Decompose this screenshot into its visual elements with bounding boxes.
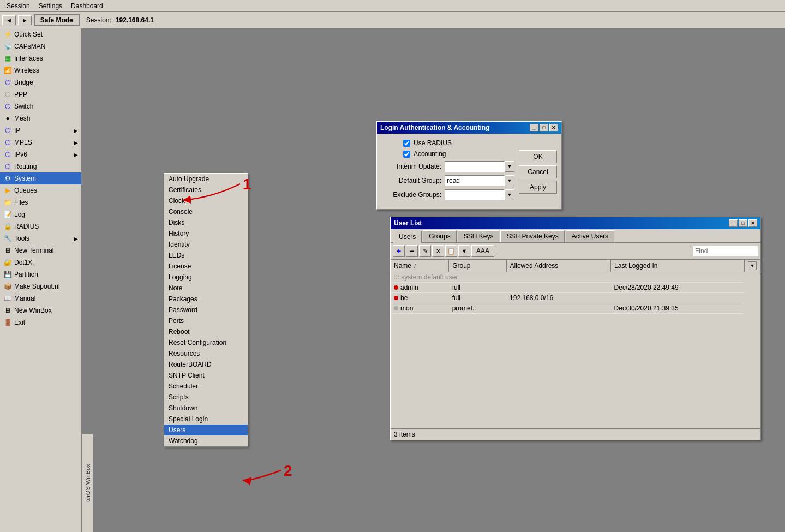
- col-last-logged[interactable]: Last Logged In: [611, 260, 745, 272]
- submenu-license[interactable]: License: [164, 261, 248, 272]
- menu-dashboard[interactable]: Dashboard: [67, 1, 107, 11]
- sidebar-item-log[interactable]: 📝 Log: [0, 208, 81, 220]
- sidebar-item-ip[interactable]: ⬡ IP ▶: [0, 124, 81, 136]
- sidebar-item-mesh[interactable]: ● Mesh: [0, 112, 81, 124]
- user-list-minimize-button[interactable]: _: [729, 219, 738, 227]
- sidebar-item-ppp[interactable]: ⬡ PPP: [0, 88, 81, 100]
- submenu-password[interactable]: Password: [164, 304, 248, 315]
- submenu-leds[interactable]: LEDs: [164, 250, 248, 261]
- sidebar-item-partition[interactable]: 💾 Partition: [0, 268, 81, 280]
- col-allowed-address[interactable]: Allowed Address: [506, 260, 610, 272]
- login-auth-maximize-button[interactable]: □: [540, 124, 548, 131]
- table-row[interactable]: ::: system default user: [391, 272, 760, 283]
- sidebar-item-switch[interactable]: ⬡ Switch: [0, 100, 81, 112]
- forward-button[interactable]: ►: [18, 15, 32, 25]
- sidebar-item-make-supout[interactable]: 📦 Make Supout.rif: [0, 280, 81, 292]
- edit-button[interactable]: ✎: [419, 245, 431, 257]
- sidebar-item-dot1x[interactable]: 🔐 Dot1X: [0, 256, 81, 268]
- cancel-button[interactable]: Cancel: [519, 165, 557, 178]
- sidebar-item-new-terminal[interactable]: 🖥 New Terminal: [0, 244, 81, 256]
- submenu-disks[interactable]: Disks: [164, 217, 248, 228]
- submenu-shutdown[interactable]: Shutdown: [164, 403, 248, 414]
- interim-update-input[interactable]: [445, 161, 505, 172]
- submenu-certificates[interactable]: Certificates: [164, 184, 248, 195]
- col-group[interactable]: Group: [449, 260, 506, 272]
- submenu-identity[interactable]: Identity: [164, 239, 248, 250]
- submenu-watchdog[interactable]: Watchdog: [164, 435, 248, 446]
- user-name-cell: admin: [391, 283, 449, 293]
- menu-settings[interactable]: Settings: [34, 1, 67, 11]
- submenu-special-login[interactable]: Special Login: [164, 414, 248, 425]
- exclude-groups-input[interactable]: [445, 189, 505, 200]
- sidebar-item-routing[interactable]: ⬡ Routing: [0, 160, 81, 172]
- interim-update-dropdown: ▼: [445, 161, 514, 172]
- sidebar-item-manual[interactable]: 📖 Manual: [0, 292, 81, 304]
- accounting-checkbox[interactable]: [403, 151, 410, 158]
- filter-button[interactable]: ▼: [458, 245, 470, 257]
- tab-ssh-keys[interactable]: SSH Keys: [458, 230, 500, 242]
- remove-button[interactable]: −: [406, 245, 418, 257]
- submenu-note[interactable]: Note: [164, 283, 248, 294]
- submenu-scheduler[interactable]: Scheduler: [164, 381, 248, 392]
- sidebar-item-wireless[interactable]: 📶 Wireless: [0, 64, 81, 76]
- user-list-maximize-button[interactable]: □: [739, 219, 747, 227]
- submenu-logging[interactable]: Logging: [164, 272, 248, 283]
- sidebar-item-mpls[interactable]: ⬡ MPLS ▶: [0, 136, 81, 148]
- submenu-sntp-client[interactable]: SNTP Client: [164, 370, 248, 381]
- submenu-routerboard[interactable]: RouterBOARD: [164, 359, 248, 370]
- submenu-auto-upgrade[interactable]: Auto Upgrade: [164, 174, 248, 184]
- aaa-button[interactable]: AAA: [471, 245, 494, 257]
- interim-update-dropdown-btn[interactable]: ▼: [505, 161, 514, 172]
- apply-button[interactable]: Apply: [519, 181, 557, 194]
- menu-session[interactable]: Session: [2, 1, 34, 11]
- login-auth-close-button[interactable]: ✕: [549, 124, 558, 131]
- table-row[interactable]: mon promet.. Dec/30/2020 21:39:35: [391, 303, 760, 314]
- sidebar-item-ipv6[interactable]: ⬡ IPv6 ▶: [0, 148, 81, 160]
- tab-groups[interactable]: Groups: [423, 230, 456, 242]
- tab-ssh-private-keys[interactable]: SSH Private Keys: [500, 230, 564, 242]
- submenu-reboot[interactable]: Reboot: [164, 326, 248, 337]
- sidebar-item-bridge[interactable]: ⬡ Bridge: [0, 76, 81, 88]
- find-input[interactable]: [693, 246, 758, 256]
- table-row[interactable]: admin full Dec/28/2020 22:49:49: [391, 283, 760, 293]
- user-status-dot: [394, 306, 398, 310]
- sidebar-item-new-winbox[interactable]: 🖥 New WinBox: [0, 304, 81, 316]
- submenu-resources[interactable]: Resources: [164, 348, 248, 359]
- submenu-history[interactable]: History: [164, 228, 248, 239]
- submenu-packages[interactable]: Packages: [164, 294, 248, 304]
- col-name[interactable]: Name /: [391, 260, 449, 272]
- default-group-dropdown-btn[interactable]: ▼: [505, 175, 514, 186]
- back-button[interactable]: ◄: [2, 15, 16, 25]
- use-radius-checkbox[interactable]: [403, 140, 410, 147]
- col-dropdown-btn[interactable]: ▼: [748, 261, 757, 270]
- default-group-input[interactable]: [445, 175, 505, 186]
- submenu-clock[interactable]: Clock: [164, 195, 248, 206]
- tab-users[interactable]: Users: [393, 231, 422, 243]
- sidebar-item-exit[interactable]: 🚪 Exit: [0, 316, 81, 328]
- user-list-close-button[interactable]: ✕: [748, 219, 757, 227]
- sidebar-item-quick-set[interactable]: ⚡ Quick Set: [0, 28, 81, 40]
- safe-mode-button[interactable]: Safe Mode: [34, 14, 80, 26]
- submenu-users[interactable]: Users: [164, 425, 248, 435]
- sidebar-item-files[interactable]: 📁 Files: [0, 196, 81, 208]
- login-auth-minimize-button[interactable]: _: [530, 124, 538, 131]
- sidebar-item-tools[interactable]: 🔧 Tools ▶: [0, 232, 81, 244]
- submenu-console[interactable]: Console: [164, 206, 248, 217]
- submenu-scripts[interactable]: Scripts: [164, 392, 248, 403]
- sidebar-item-radius[interactable]: 🔒 RADIUS: [0, 220, 81, 232]
- copy-button[interactable]: ✕: [432, 245, 444, 257]
- col-dropdown[interactable]: ▼: [745, 260, 760, 272]
- add-button[interactable]: +: [393, 245, 405, 257]
- sidebar-item-system[interactable]: ⚙ System: [0, 172, 81, 184]
- interfaces-icon: ▦: [3, 54, 12, 63]
- sidebar-item-interfaces[interactable]: ▦ Interfaces: [0, 52, 81, 64]
- sidebar-item-queues[interactable]: ▶ Queues: [0, 184, 81, 196]
- submenu-reset-config[interactable]: Reset Configuration: [164, 337, 248, 348]
- sidebar-item-capsman[interactable]: 📡 CAPsMAN: [0, 40, 81, 52]
- table-row[interactable]: be full 192.168.0.0/16: [391, 293, 760, 303]
- exclude-groups-dropdown-btn[interactable]: ▼: [505, 189, 514, 200]
- tab-active-users[interactable]: Active Users: [566, 230, 614, 242]
- submenu-ports[interactable]: Ports: [164, 315, 248, 326]
- paste-button[interactable]: 📋: [445, 245, 457, 257]
- ok-button[interactable]: OK: [519, 150, 557, 163]
